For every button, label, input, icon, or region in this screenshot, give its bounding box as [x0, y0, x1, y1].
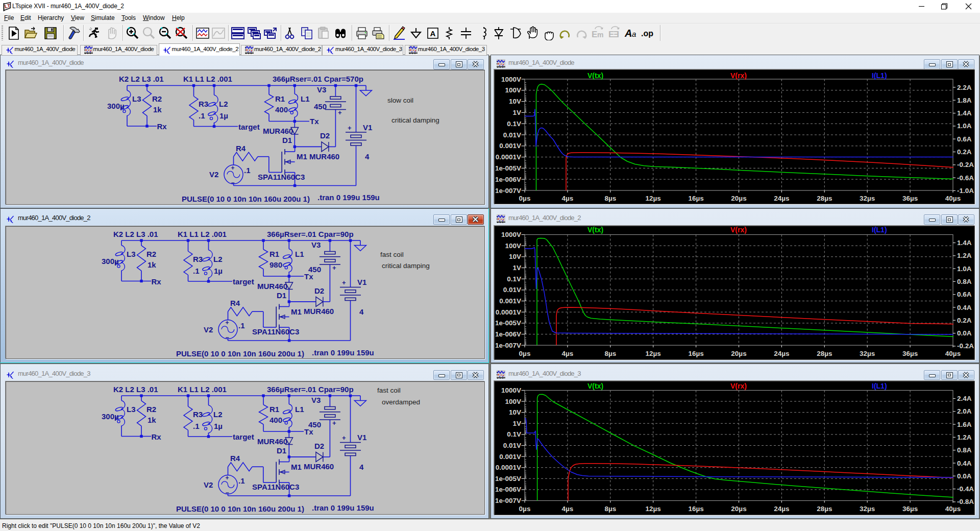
- svg-text:1µ: 1µ: [214, 421, 223, 430]
- svg-text:MUR460: MUR460: [257, 282, 287, 291]
- svg-text:10V: 10V: [509, 98, 521, 105]
- svg-text:R3: R3: [199, 100, 208, 108]
- svg-text:Rx: Rx: [151, 277, 161, 286]
- svg-text:MUR460: MUR460: [304, 462, 334, 471]
- svg-text:366µRser=.01 Cpar=570p: 366µRser=.01 Cpar=570p: [273, 75, 363, 83]
- svg-text:M1: M1: [291, 307, 302, 316]
- svg-text:0.8A: 0.8A: [957, 446, 972, 454]
- svg-text:MUR460: MUR460: [263, 127, 293, 135]
- svg-text:16µs: 16µs: [689, 505, 704, 513]
- svg-text:1e-007V: 1e-007V: [495, 497, 521, 504]
- svg-text:1e-006V: 1e-006V: [495, 486, 521, 494]
- svg-text:K1 L1 L2 .001: K1 L1 L2 .001: [183, 75, 232, 83]
- svg-text:40µs: 40µs: [945, 350, 961, 357]
- svg-text:0.0001V: 0.0001V: [496, 153, 521, 161]
- svg-text:.1: .1: [238, 321, 245, 330]
- svg-text:0.8A: 0.8A: [957, 278, 972, 285]
- svg-text:12µs: 12µs: [646, 505, 661, 513]
- svg-text:20µs: 20µs: [731, 195, 747, 202]
- svg-text:.tran 0 199u 159u: .tran 0 199u 159u: [312, 503, 374, 512]
- svg-text:target: target: [238, 123, 260, 131]
- svg-text:A: A: [430, 29, 436, 38]
- svg-text:1e-006V: 1e-006V: [495, 175, 521, 183]
- svg-text:slow coil: slow coil: [387, 96, 413, 104]
- svg-text:100V: 100V: [505, 242, 522, 250]
- svg-text:2.0A: 2.0A: [957, 408, 972, 416]
- svg-text:450: 450: [308, 420, 321, 429]
- svg-text:0.01V: 0.01V: [503, 442, 521, 449]
- svg-text:366µRser=.01 Cpar=90p: 366µRser=.01 Cpar=90p: [267, 230, 354, 238]
- svg-text:980: 980: [270, 260, 282, 269]
- svg-text:L2: L2: [219, 100, 228, 108]
- svg-text:K1 L1 L2 .001: K1 L1 L2 .001: [178, 384, 227, 393]
- svg-text:−: −: [231, 179, 234, 186]
- svg-text:PULSE(0 10 0 10n 10n 160u 200u: PULSE(0 10 0 10n 10n 160u 200u 1): [182, 195, 310, 203]
- svg-text:R4: R4: [236, 144, 246, 153]
- svg-text:1.0A: 1.0A: [957, 122, 972, 130]
- svg-text:32µs: 32µs: [860, 505, 875, 513]
- svg-text:300µ: 300µ: [102, 257, 119, 266]
- svg-text:D1: D1: [277, 291, 286, 300]
- svg-text:12µs: 12µs: [646, 195, 661, 202]
- svg-text:V2: V2: [204, 480, 213, 489]
- svg-text:450: 450: [314, 102, 327, 111]
- svg-text:-0.2A: -0.2A: [957, 343, 974, 350]
- svg-text:4µs: 4µs: [562, 505, 574, 513]
- svg-text:−: −: [225, 489, 229, 496]
- svg-text:0.2A: 0.2A: [957, 317, 972, 324]
- svg-text:+: +: [348, 124, 352, 132]
- svg-text:critical damping: critical damping: [391, 116, 439, 124]
- svg-text:28µs: 28µs: [817, 195, 832, 202]
- svg-text:-0.4A: -0.4A: [957, 485, 974, 493]
- svg-text:+: +: [342, 279, 346, 286]
- svg-text:E: E: [592, 30, 597, 39]
- svg-text:I(L1): I(L1): [872, 71, 887, 79]
- svg-text:28µs: 28µs: [817, 505, 832, 513]
- svg-text:100V: 100V: [505, 398, 522, 405]
- svg-text:Rx: Rx: [151, 432, 161, 441]
- svg-text:1e-005V: 1e-005V: [495, 475, 521, 482]
- svg-text:K2 L2 L3 .01: K2 L2 L3 .01: [119, 75, 164, 83]
- svg-text:1.8A: 1.8A: [957, 96, 972, 104]
- svg-text:a: a: [632, 30, 636, 38]
- svg-text:.tran 0 199u 159u: .tran 0 199u 159u: [317, 193, 380, 202]
- svg-text:SPA11N60C3: SPA11N60C3: [258, 173, 305, 181]
- svg-text:2.2A: 2.2A: [957, 83, 972, 91]
- svg-text:0.001V: 0.001V: [500, 297, 522, 305]
- svg-text:450: 450: [308, 265, 321, 274]
- svg-text:0µs: 0µs: [519, 350, 531, 357]
- svg-text:L1: L1: [301, 94, 310, 103]
- svg-text:0.001V: 0.001V: [500, 453, 522, 461]
- svg-text:+: +: [225, 474, 229, 481]
- svg-text:D1: D1: [282, 136, 292, 144]
- svg-text:.1: .1: [193, 267, 200, 275]
- svg-text:D2: D2: [314, 441, 324, 450]
- svg-text:K2 L2 L3 .01: K2 L2 L3 .01: [113, 384, 158, 393]
- svg-text:.1: .1: [244, 166, 251, 175]
- svg-text:1e-007V: 1e-007V: [495, 342, 521, 349]
- svg-text:0.0A: 0.0A: [957, 472, 972, 480]
- svg-text:V1: V1: [357, 278, 366, 286]
- svg-text:0.4A: 0.4A: [957, 304, 972, 311]
- svg-text:V(rx): V(rx): [730, 382, 747, 390]
- svg-text:A: A: [624, 28, 632, 39]
- svg-text:8µs: 8µs: [605, 505, 617, 513]
- svg-text:0µs: 0µs: [519, 195, 531, 202]
- svg-text:1µ: 1µ: [219, 111, 228, 120]
- svg-text:0.01V: 0.01V: [503, 286, 521, 294]
- svg-text:E: E: [608, 30, 614, 39]
- svg-text:10V: 10V: [509, 408, 521, 416]
- svg-text:1.2A: 1.2A: [957, 433, 972, 441]
- svg-text:16µs: 16µs: [689, 195, 704, 202]
- svg-text:-0.2A: -0.2A: [957, 161, 974, 168]
- svg-text:20µs: 20µs: [731, 505, 747, 513]
- svg-text:fast coil: fast coil: [380, 251, 404, 258]
- svg-text:0.0001V: 0.0001V: [496, 464, 521, 471]
- svg-text:L2: L2: [213, 409, 223, 418]
- svg-text:+: +: [225, 319, 229, 326]
- svg-text:8µs: 8µs: [605, 195, 617, 202]
- svg-text:12µs: 12µs: [646, 350, 661, 357]
- svg-text:1.4A: 1.4A: [957, 109, 972, 117]
- svg-text:300µ: 300µ: [107, 102, 125, 110]
- svg-text:0.0A: 0.0A: [957, 329, 972, 337]
